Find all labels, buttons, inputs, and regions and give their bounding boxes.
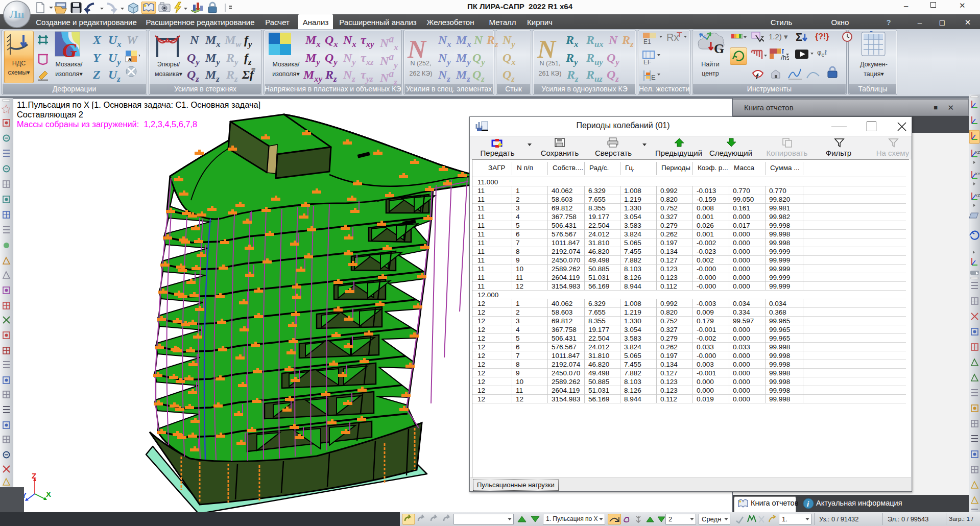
svg-text:Σ: Σ: [796, 31, 802, 43]
svg-text:Z: Z: [32, 472, 36, 480]
svg-text:X: X: [46, 490, 51, 498]
svg-text:E1: E1: [643, 38, 651, 45]
svg-text:EF: EF: [643, 59, 651, 66]
svg-text:G: G: [714, 41, 724, 56]
svg-text:E: E: [651, 74, 656, 81]
svg-text:XY: XY: [975, 172, 980, 176]
svg-text:Rx: Rx: [666, 32, 679, 43]
svg-text:XZ: XZ: [975, 150, 980, 155]
svg-text:YZ: YZ: [975, 193, 980, 198]
